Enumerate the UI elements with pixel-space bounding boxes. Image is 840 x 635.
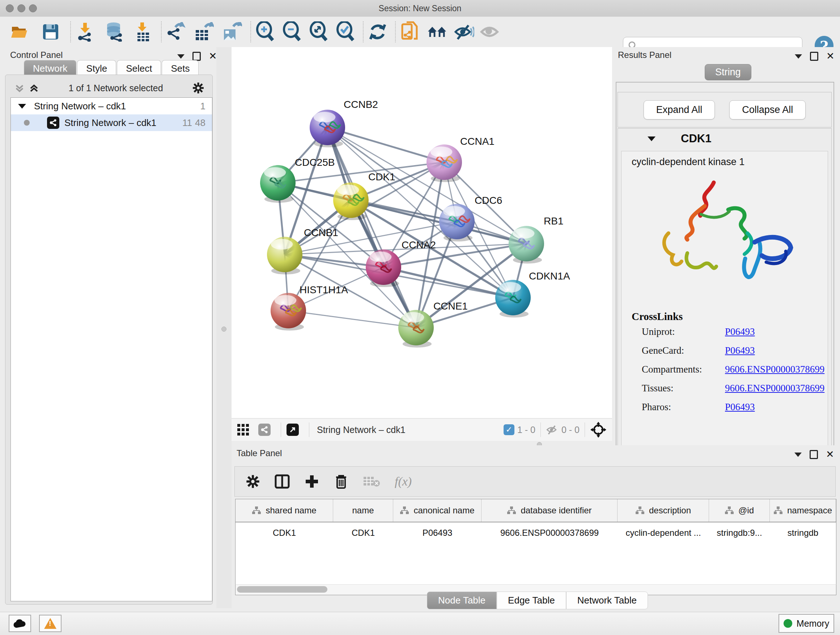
show-all-button[interactable] [480, 22, 500, 42]
collection-expand-icon[interactable] [18, 104, 26, 109]
crosslink-label: Compartments: [642, 364, 725, 375]
import-network-database-button[interactable] [104, 22, 124, 42]
edge-HIST1H1A-CCNE1[interactable] [288, 310, 416, 328]
new-network-from-selection-button[interactable] [400, 22, 420, 42]
collapse-all-icon[interactable] [14, 82, 25, 93]
crosslink-link[interactable]: P06493 [725, 326, 755, 337]
zoom-fit-button[interactable] [309, 22, 329, 42]
protein-card-header[interactable]: CDK1 [618, 128, 831, 149]
control-panel-close-icon[interactable]: ✕ [209, 51, 217, 61]
zoom-selected-icon [336, 21, 355, 42]
grid-view-icon[interactable] [237, 423, 249, 436]
table-options-gear-icon[interactable] [246, 474, 260, 489]
crosslink-link[interactable]: P06493 [725, 402, 755, 413]
hide-selected-button[interactable] [454, 22, 474, 42]
crosslink-link[interactable]: 9606.ENSP00000378699 [725, 364, 824, 375]
open-session-button[interactable] [9, 22, 30, 42]
node-label-CDC25B: CDC25B [295, 157, 335, 168]
table-panel-close-icon[interactable]: ✕ [826, 450, 834, 459]
table-cell[interactable]: cyclin-dependent ... [617, 528, 709, 538]
warnings-button[interactable] [39, 615, 62, 632]
export-table-button[interactable] [194, 22, 214, 42]
export-network-button[interactable] [166, 22, 186, 42]
node-HIST1H1A[interactable]: HIST1H1A [271, 284, 348, 331]
table-cell[interactable]: CDK1 [333, 528, 393, 538]
tab-node-table[interactable]: Node Table [427, 592, 497, 609]
table-cell[interactable]: P06493 [393, 528, 482, 538]
crosslink-link[interactable]: P06493 [725, 345, 755, 356]
results-panel-menu-icon[interactable] [795, 54, 802, 59]
protein-collapse-icon[interactable] [647, 136, 655, 141]
left-splitter-handle[interactable] [221, 326, 226, 332]
results-panel-float-icon[interactable] [810, 52, 818, 61]
zoom-in-icon [256, 21, 275, 42]
node-label-CCNB2: CCNB2 [344, 99, 378, 110]
scrollbar-thumb[interactable] [237, 586, 327, 593]
node-table[interactable]: shared namenamecanonical namedatabase id… [235, 499, 836, 585]
save-session-button[interactable] [41, 22, 61, 42]
node-CDKN1A[interactable]: CDKN1A [495, 271, 570, 318]
import-table-button[interactable] [133, 22, 153, 42]
export-image-button[interactable] [222, 22, 242, 42]
cloud-button[interactable] [9, 615, 31, 632]
table-panel-menu-icon[interactable] [794, 453, 802, 457]
expand-all-icon[interactable] [28, 82, 39, 93]
results-panel-close-icon[interactable]: ✕ [826, 51, 835, 61]
string-view-badge-icon[interactable] [258, 424, 271, 436]
control-panel-menu-icon[interactable] [177, 54, 185, 59]
network-row[interactable]: String Network – cdk1 11 48 [11, 114, 212, 131]
birdseye-toggle-icon[interactable] [591, 422, 606, 438]
column-header-name[interactable]: name [333, 499, 393, 522]
add-column-icon[interactable] [304, 474, 319, 489]
memory-status-dot [783, 619, 792, 628]
zoom-fit-icon [309, 21, 328, 42]
column-header-description[interactable]: description [617, 499, 709, 522]
crosslink-link[interactable]: 9606.ENSP00000378699 [725, 383, 824, 394]
import-network-button[interactable] [75, 22, 95, 42]
left-splitter[interactable] [216, 47, 232, 608]
node-CCNE1[interactable]: CCNE1 [398, 301, 468, 348]
node-CCNA1[interactable]: CCNA1 [426, 136, 494, 182]
network-options-gear-icon[interactable] [192, 82, 204, 94]
network-collection-row[interactable]: String Network – cdk1 1 [11, 98, 212, 114]
show-columns-icon[interactable] [275, 474, 290, 489]
network-view-title: String Network – cdk1 [317, 424, 406, 435]
table-cell[interactable]: stringdb [770, 528, 836, 538]
zoom-in-button[interactable] [255, 22, 275, 42]
expand-all-button[interactable]: Expand All [644, 100, 715, 119]
table-cell[interactable]: 9606.ENSP00000378699 [482, 528, 617, 538]
crosslink-label: GeneCard: [642, 345, 725, 356]
edge-CCNB2-CCNA1[interactable] [327, 127, 444, 162]
column-header-database-identifier[interactable]: database identifier [482, 499, 617, 522]
layout-refresh-icon [368, 22, 387, 41]
column-header-shared-name[interactable]: shared name [235, 499, 333, 522]
collapse-all-button[interactable]: Collapse All [729, 100, 806, 119]
table-panel-float-icon[interactable] [810, 450, 818, 459]
delete-column-icon[interactable] [334, 473, 348, 489]
node-CCNA2[interactable]: CCNA2 [366, 239, 436, 287]
first-neighbors-button[interactable] [427, 22, 447, 42]
node-RB1[interactable]: RB1 [508, 215, 563, 264]
tab-network-table[interactable]: Network Table [566, 592, 648, 609]
table-cell[interactable]: CDK1 [235, 528, 333, 538]
network-canvas[interactable]: CCNB2CCNA1CDC25BCDK1CDC6RB1CCNB1CCNA2CDK… [232, 47, 612, 418]
zoom-selected-button[interactable] [335, 22, 355, 42]
column-header-namespace[interactable]: namespace [770, 499, 836, 522]
control-panel-float-icon[interactable] [193, 52, 201, 61]
protein-description: cyclin-dependent kinase 1 [632, 157, 745, 168]
edge-CCNB2-CCNE1[interactable] [327, 127, 416, 328]
selected-checkbox[interactable]: ✓ [504, 424, 515, 435]
tab-edge-table[interactable]: Edge Table [497, 592, 566, 609]
zoom-out-button[interactable] [282, 22, 302, 42]
apply-layout-button[interactable] [368, 22, 388, 42]
results-panel: Results Panel ✕ String Expand All Collap… [612, 47, 840, 445]
tab-string[interactable]: String [705, 64, 752, 80]
memory-button[interactable]: Memory [778, 614, 834, 633]
table-row[interactable]: CDK1CDK1P064939606.ENSP00000378699cyclin… [235, 523, 836, 543]
crosslinks-section: CrossLinks Uniprot:P06493GeneCard:P06493… [622, 310, 828, 420]
column-header-canonical-name[interactable]: canonical name [393, 499, 482, 522]
detach-view-icon[interactable] [286, 424, 299, 436]
table-cell[interactable]: stringdb:9... [709, 528, 770, 538]
protein-structure-image [647, 175, 799, 302]
column-header--id[interactable]: @id [709, 499, 770, 522]
